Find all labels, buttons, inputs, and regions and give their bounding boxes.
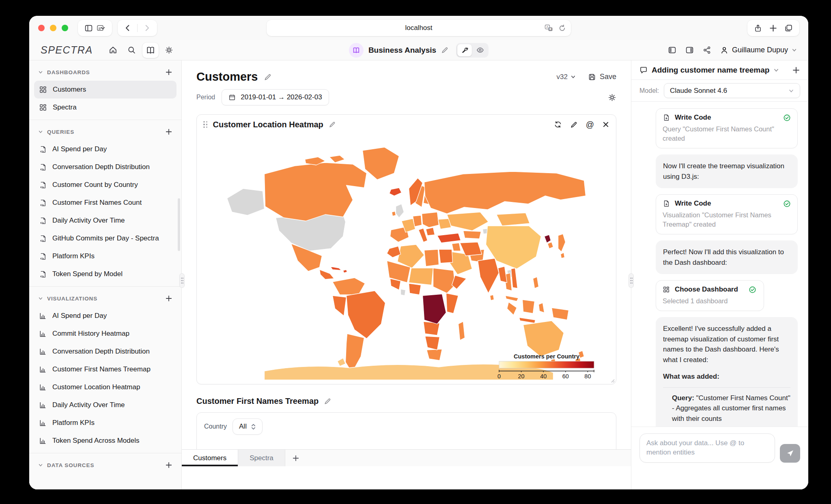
legend-tick: 0	[497, 373, 501, 380]
sidebar-item-visualization[interactable]: Platform KPIs	[34, 414, 177, 432]
divider	[29, 453, 181, 453]
sidebar-item-spectra-dashboard[interactable]: Spectra	[34, 99, 177, 116]
country-filter-dropdown[interactable]: All	[233, 418, 263, 435]
sidebar-item-visualization[interactable]: Customer First Names Treemap	[34, 360, 177, 378]
send-button[interactable]	[780, 444, 800, 463]
item-label: Customer First Names Count	[52, 199, 142, 207]
tab-spectra[interactable]: Spectra	[238, 450, 285, 466]
drag-handle-icon[interactable]	[203, 121, 208, 128]
sidebar-item-visualization[interactable]: Customer Location Heatmap	[34, 378, 177, 396]
code-file-icon	[39, 181, 47, 189]
country-filter-label: Country	[204, 423, 227, 430]
sidebar-item-query[interactable]: GitHub Commits per Day - Spectra	[34, 229, 177, 247]
new-chat-icon[interactable]	[792, 66, 800, 74]
sidebar-item-query[interactable]: Daily Activity Over Time	[34, 212, 177, 229]
sidebar-item-customers-dashboard[interactable]: Customers	[34, 81, 177, 99]
minimize-window-button[interactable]	[50, 25, 56, 31]
sidebar-item-visualization[interactable]: Token Spend Across Models	[34, 432, 177, 450]
sidebar-scrollbar[interactable]	[178, 198, 180, 251]
sidebar-section-dashboards[interactable]: DASHBOARDS	[29, 64, 181, 81]
back-icon[interactable]	[123, 23, 133, 33]
choropleth-map[interactable]: Customers per Country 0 20 40 60 80	[197, 134, 616, 384]
heatmap-panel: Customer Location Heatmap @	[196, 114, 616, 384]
edit-workspace-icon[interactable]	[441, 46, 449, 54]
tab-overview-icon[interactable]	[783, 22, 794, 34]
tool-call-card[interactable]: Choose Dashboard Selected 1 dashboard	[656, 280, 764, 311]
legend-gradient-bar	[499, 361, 594, 368]
dashboard-settings-gear-icon[interactable]	[608, 93, 616, 102]
section-label: DATA SOURCES	[47, 462, 94, 468]
share-icon[interactable]	[752, 22, 764, 34]
tool-call-card[interactable]: Write Code Query "Customer First Names C…	[656, 108, 798, 148]
save-button[interactable]: Save	[588, 73, 616, 81]
sidebar-item-query[interactable]: Platform KPIs	[34, 247, 177, 265]
add-query-icon[interactable]	[165, 128, 172, 135]
panel-right-icon[interactable]	[685, 46, 694, 54]
mention-icon[interactable]: @	[586, 120, 594, 129]
add-dashboard-icon[interactable]	[165, 69, 172, 76]
chat-input[interactable]	[639, 433, 775, 463]
forward-icon[interactable]	[142, 23, 152, 33]
chat-input-area	[631, 427, 808, 468]
sidebar-resize-handle[interactable]	[179, 273, 185, 288]
panel-left-icon[interactable]	[668, 46, 676, 54]
chat-messages[interactable]: Write Code Query "Customer First Names C…	[631, 102, 808, 427]
workspace-name[interactable]: Business Analysis	[368, 46, 436, 55]
sidebar-item-visualization[interactable]: Daily Activity Over Time	[34, 396, 177, 414]
refresh-icon[interactable]	[554, 120, 562, 129]
sidebar-section-queries[interactable]: QUERIES	[29, 123, 181, 140]
item-label: Customer First Names Treemap	[52, 365, 151, 373]
zoom-window-button[interactable]	[62, 25, 68, 31]
new-tab-icon[interactable]	[768, 23, 779, 34]
tool-subtitle: Selected 1 dashboard	[663, 296, 756, 306]
translate-icon[interactable]: A✱	[545, 24, 553, 32]
add-visualization-icon[interactable]	[165, 295, 172, 302]
sidebar-section-data-sources[interactable]: DATA SOURCES	[29, 457, 181, 474]
resize-corner-handle[interactable]	[610, 378, 615, 383]
country-filter-value: All	[239, 423, 247, 431]
chevron-down-icon[interactable]	[773, 67, 779, 73]
sidebar-item-query[interactable]: Customer First Names Count	[34, 194, 177, 212]
sidebar-section-visualizations[interactable]: VISUALIZATIONS	[29, 290, 181, 307]
version-dropdown[interactable]: v32	[557, 73, 576, 81]
browser-sidebar-icon[interactable]	[83, 22, 95, 34]
user-menu[interactable]: Guillaume Dupuy	[720, 46, 797, 54]
add-data-source-icon[interactable]	[165, 461, 172, 469]
sidebar-item-query[interactable]: AI Spend per Day	[34, 140, 177, 158]
model-select[interactable]: Claude Sonnet 4.6	[664, 83, 800, 98]
browser-window: localhost A✱ SPECTRA	[29, 16, 808, 489]
sidebar-item-visualization[interactable]: AI Spend per Day	[34, 307, 177, 325]
sidebar-item-query[interactable]: Conversation Depth Distribution	[34, 158, 177, 176]
assistant-message: Perfect! Now I'll add this visualization…	[656, 240, 798, 274]
address-bar[interactable]: localhost A✱	[267, 20, 571, 36]
close-icon[interactable]	[602, 121, 609, 128]
sidebar-item-query[interactable]: Customer Count by Country	[34, 176, 177, 194]
sidebar-item-visualization[interactable]: Commit History Heatmap	[34, 325, 177, 343]
bottom-spacer	[631, 468, 808, 489]
share-nodes-icon[interactable]	[703, 46, 711, 54]
edit-treemap-title-icon[interactable]	[324, 397, 332, 405]
tool-call-card[interactable]: Write Code Visualization "Customer First…	[656, 194, 798, 234]
sidebar-item-query[interactable]: Token Spend by Model	[34, 265, 177, 283]
home-icon[interactable]	[105, 43, 121, 58]
code-file-icon	[39, 199, 47, 207]
period-label: Period	[196, 94, 215, 101]
tab-customers[interactable]: Customers	[182, 450, 238, 466]
edit-panel-title-icon[interactable]	[329, 121, 336, 128]
gear-icon[interactable]	[161, 43, 177, 58]
close-window-button[interactable]	[38, 25, 45, 31]
period-date-range[interactable]: 2019-01-01 → 2026-02-03	[222, 89, 329, 105]
chat-resize-handle[interactable]	[629, 273, 634, 288]
sidebar-item-visualization[interactable]: Conversation Depth Distribution	[34, 343, 177, 360]
page-title: Customers	[196, 70, 258, 84]
search-icon[interactable]	[124, 43, 140, 58]
notebook-icon[interactable]	[142, 43, 159, 58]
edit-title-icon[interactable]	[264, 73, 272, 81]
view-mode-eye-icon[interactable]	[473, 44, 487, 56]
add-tab-button[interactable]	[285, 450, 306, 466]
edit-visualization-icon[interactable]	[570, 121, 578, 129]
chat-title[interactable]: Adding customer name treemap	[652, 66, 769, 75]
page-settings-icon[interactable]	[96, 24, 104, 32]
build-mode-wrench-icon[interactable]	[457, 44, 472, 56]
reload-icon[interactable]	[558, 24, 566, 32]
